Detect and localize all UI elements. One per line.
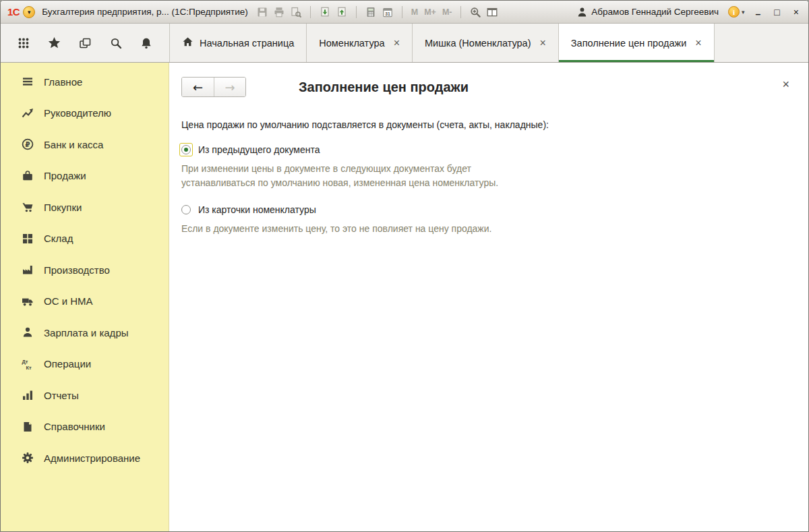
print-icon[interactable]	[274, 7, 284, 18]
form-area: ← → Заполнение цен продажи × Цена продаж…	[169, 63, 808, 531]
ruble-glyph: ₽	[25, 140, 30, 148]
radio-dot-icon	[181, 205, 191, 214]
window-controls: – □ ×	[756, 7, 799, 17]
form-header: ← → Заполнение цен продажи ×	[181, 76, 795, 98]
radio-dot-icon	[181, 145, 191, 154]
sidebar-item-bank-cash[interactable]: ₽ Банк и касса	[1, 129, 169, 160]
page-title: Заполнение цен продажи	[299, 80, 469, 95]
user-name: Абрамов Геннадий Сергеевич	[591, 7, 719, 17]
tab-label: Заполнение цен продажи	[571, 38, 686, 49]
tab-fill-sale-prices[interactable]: Заполнение цен продажи ×	[559, 24, 715, 62]
sidebar-item-sales[interactable]: Продажи	[1, 160, 169, 192]
tab-close-icon[interactable]: ×	[394, 37, 400, 49]
sidebar: Главное Руководителю ₽ Банк и касса Прод…	[1, 63, 169, 531]
radio-label[interactable]: Из предыдущего документа	[198, 144, 320, 155]
user-icon	[576, 7, 587, 18]
toolbar-separator	[356, 6, 357, 18]
export-file-icon[interactable]	[336, 7, 347, 18]
sidebar-item-label: Руководителю	[44, 107, 111, 119]
info-icon[interactable]: i	[728, 6, 740, 18]
tab-close-icon[interactable]: ×	[695, 37, 701, 49]
form-close-icon[interactable]: ×	[782, 78, 789, 92]
apps-grid-icon[interactable]	[17, 36, 30, 50]
calendar-day-label: 31	[385, 11, 390, 16]
intro-text: Цена продажи по умолчанию подставляется …	[181, 119, 795, 130]
sidebar-item-manager[interactable]: Руководителю	[1, 98, 169, 129]
sidebar-item-label: Продажи	[44, 170, 86, 181]
radio-label[interactable]: Из карточки номенклатуры	[198, 204, 316, 215]
sidebar-item-label: Отчеты	[44, 390, 79, 401]
toolbar-separator	[310, 6, 311, 18]
home-icon	[182, 36, 193, 50]
ruble-coin-icon: ₽	[21, 138, 34, 150]
zoom-icon[interactable]	[470, 7, 481, 18]
briefcase-icon	[21, 170, 34, 182]
sidebar-item-purchases[interactable]: Покупки	[1, 191, 169, 223]
tab-strip: Начальная страница Номенклатура × Мишка …	[169, 24, 715, 62]
forward-button[interactable]: →	[214, 78, 245, 96]
favorites-star-icon[interactable]	[48, 36, 61, 50]
recent-windows-icon[interactable]	[78, 36, 92, 50]
tab-mishka-nomenclature[interactable]: Мишка (Номенклатура) ×	[413, 24, 559, 62]
tab-home-page[interactable]: Начальная страница	[170, 24, 307, 62]
memory-plus-button[interactable]: M+	[424, 7, 436, 17]
maximize-button[interactable]: □	[774, 7, 779, 17]
chevron-down-icon[interactable]: ▾	[742, 9, 745, 16]
sidebar-item-main[interactable]: Главное	[1, 66, 169, 98]
sidebar-item-label: Операции	[44, 358, 91, 370]
current-user[interactable]: Абрамов Геннадий Сергеевич	[576, 7, 719, 18]
sidebar-item-label: Администрирование	[44, 452, 140, 464]
truck-icon	[21, 295, 34, 307]
sidebar-item-operations[interactable]: ДтКт Операции	[1, 349, 169, 380]
tool-panel	[1, 24, 169, 62]
toolbar-separator	[402, 6, 402, 18]
sidebar-item-warehouse[interactable]: Склад	[1, 223, 169, 255]
bar-chart-icon	[21, 389, 34, 401]
back-button[interactable]: ←	[182, 78, 214, 96]
sidebar-item-label: Главное	[44, 76, 82, 88]
sidebar-item-salary-hr[interactable]: Зарплата и кадры	[1, 317, 169, 349]
radio-item-card[interactable]	[179, 203, 193, 216]
memory-minus-button[interactable]: M-	[442, 7, 452, 17]
option-item-card: Из карточки номенклатуры Если в документ…	[181, 203, 795, 236]
toolbar-group-tools: 31	[365, 7, 393, 18]
calendar-icon[interactable]: 31	[382, 7, 393, 18]
sidebar-item-label: Производство	[44, 264, 110, 276]
sidebar-item-references[interactable]: Справочники	[1, 411, 169, 443]
window-close-button[interactable]: ×	[793, 7, 799, 17]
tab-label: Начальная страница	[200, 38, 294, 49]
notifications-bell-icon[interactable]	[140, 36, 153, 50]
option-description: Если в документе изменить цену, то это н…	[181, 222, 529, 236]
tab-nomenclature[interactable]: Номенклатура ×	[307, 24, 413, 62]
sidebar-item-production[interactable]: Производство	[1, 254, 169, 286]
option-previous-document: Из предыдущего документа При изменении ц…	[181, 143, 795, 190]
option-description: При изменении цены в документе в следующ…	[181, 162, 529, 190]
sidebar-item-label: Склад	[44, 233, 73, 244]
sidebar-item-reports[interactable]: Отчеты	[1, 380, 169, 411]
sidebar-item-administration[interactable]: Администрирование	[1, 442, 169, 474]
option-row: Из карточки номенклатуры	[181, 203, 795, 216]
sidebar-item-os-nma[interactable]: ОС и НМА	[1, 286, 169, 318]
sidebar-item-label: Справочники	[44, 421, 105, 432]
app-window: 1С ▾ Бухгалтерия предприятия, р... (1С:П…	[0, 0, 809, 532]
kt-glyph: Кт	[26, 364, 32, 370]
tab-label: Мишка (Номенклатура)	[425, 38, 531, 49]
split-window-icon[interactable]	[487, 7, 498, 18]
sidebar-item-label: ОС и НМА	[44, 295, 93, 307]
trend-chart-icon	[21, 107, 34, 119]
calculator-icon[interactable]	[365, 7, 376, 18]
minimize-button[interactable]: –	[756, 9, 761, 19]
titlebar: 1С ▾ Бухгалтерия предприятия, р... (1С:П…	[1, 1, 808, 24]
window-title: Бухгалтерия предприятия, р... (1С:Предпр…	[42, 7, 248, 17]
import-file-icon[interactable]	[320, 7, 330, 18]
tab-close-icon[interactable]: ×	[540, 37, 546, 49]
tab-label: Номенклатура	[319, 38, 384, 49]
save-icon[interactable]	[257, 7, 268, 18]
main-menu-button[interactable]: ▾	[23, 6, 35, 18]
gear-icon	[21, 452, 34, 464]
app-body: Главное Руководителю ₽ Банк и касса Прод…	[1, 63, 808, 531]
print-preview-icon[interactable]	[291, 7, 301, 18]
search-icon[interactable]	[109, 36, 123, 50]
radio-previous-document[interactable]	[179, 143, 193, 156]
memory-recall-button[interactable]: M	[411, 7, 418, 17]
